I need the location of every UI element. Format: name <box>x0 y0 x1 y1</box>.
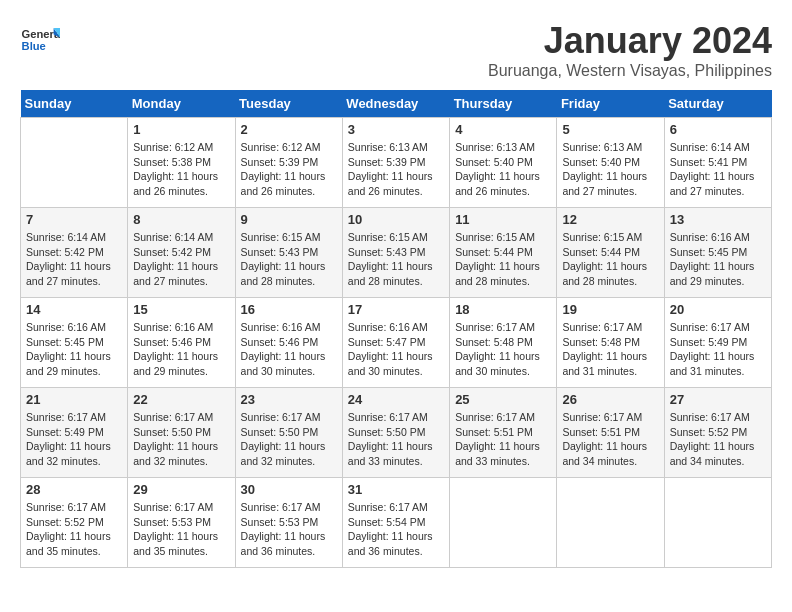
calendar-week-5: 28Sunrise: 6:17 AMSunset: 5:52 PMDayligh… <box>21 478 772 568</box>
calendar-cell: 6Sunrise: 6:14 AMSunset: 5:41 PMDaylight… <box>664 118 771 208</box>
day-info: Sunrise: 6:17 AMSunset: 5:54 PMDaylight:… <box>348 500 444 559</box>
weekday-header-monday: Monday <box>128 90 235 118</box>
weekday-header-row: SundayMondayTuesdayWednesdayThursdayFrid… <box>21 90 772 118</box>
day-number: 9 <box>241 212 337 227</box>
calendar-cell: 11Sunrise: 6:15 AMSunset: 5:44 PMDayligh… <box>450 208 557 298</box>
day-number: 17 <box>348 302 444 317</box>
calendar-cell: 17Sunrise: 6:16 AMSunset: 5:47 PMDayligh… <box>342 298 449 388</box>
calendar-cell: 8Sunrise: 6:14 AMSunset: 5:42 PMDaylight… <box>128 208 235 298</box>
day-number: 16 <box>241 302 337 317</box>
day-info: Sunrise: 6:14 AMSunset: 5:42 PMDaylight:… <box>26 230 122 289</box>
logo: General Blue <box>20 20 60 60</box>
day-number: 19 <box>562 302 658 317</box>
day-number: 30 <box>241 482 337 497</box>
calendar-cell: 29Sunrise: 6:17 AMSunset: 5:53 PMDayligh… <box>128 478 235 568</box>
calendar-cell: 3Sunrise: 6:13 AMSunset: 5:39 PMDaylight… <box>342 118 449 208</box>
day-number: 29 <box>133 482 229 497</box>
weekday-header-friday: Friday <box>557 90 664 118</box>
calendar-cell: 31Sunrise: 6:17 AMSunset: 5:54 PMDayligh… <box>342 478 449 568</box>
day-info: Sunrise: 6:17 AMSunset: 5:49 PMDaylight:… <box>670 320 766 379</box>
day-number: 10 <box>348 212 444 227</box>
calendar-cell: 27Sunrise: 6:17 AMSunset: 5:52 PMDayligh… <box>664 388 771 478</box>
calendar-cell: 26Sunrise: 6:17 AMSunset: 5:51 PMDayligh… <box>557 388 664 478</box>
calendar-cell: 21Sunrise: 6:17 AMSunset: 5:49 PMDayligh… <box>21 388 128 478</box>
calendar-cell <box>450 478 557 568</box>
calendar-cell: 4Sunrise: 6:13 AMSunset: 5:40 PMDaylight… <box>450 118 557 208</box>
day-number: 13 <box>670 212 766 227</box>
calendar-cell: 15Sunrise: 6:16 AMSunset: 5:46 PMDayligh… <box>128 298 235 388</box>
day-info: Sunrise: 6:13 AMSunset: 5:40 PMDaylight:… <box>562 140 658 199</box>
day-info: Sunrise: 6:16 AMSunset: 5:46 PMDaylight:… <box>241 320 337 379</box>
day-number: 20 <box>670 302 766 317</box>
calendar-cell: 25Sunrise: 6:17 AMSunset: 5:51 PMDayligh… <box>450 388 557 478</box>
calendar-cell <box>557 478 664 568</box>
calendar-cell: 12Sunrise: 6:15 AMSunset: 5:44 PMDayligh… <box>557 208 664 298</box>
day-info: Sunrise: 6:15 AMSunset: 5:44 PMDaylight:… <box>562 230 658 289</box>
calendar-cell: 10Sunrise: 6:15 AMSunset: 5:43 PMDayligh… <box>342 208 449 298</box>
day-info: Sunrise: 6:16 AMSunset: 5:47 PMDaylight:… <box>348 320 444 379</box>
calendar-cell: 20Sunrise: 6:17 AMSunset: 5:49 PMDayligh… <box>664 298 771 388</box>
calendar-week-1: 1Sunrise: 6:12 AMSunset: 5:38 PMDaylight… <box>21 118 772 208</box>
location-subtitle: Buruanga, Western Visayas, Philippines <box>488 62 772 80</box>
weekday-header-thursday: Thursday <box>450 90 557 118</box>
day-info: Sunrise: 6:15 AMSunset: 5:44 PMDaylight:… <box>455 230 551 289</box>
day-number: 3 <box>348 122 444 137</box>
day-number: 5 <box>562 122 658 137</box>
calendar-cell: 22Sunrise: 6:17 AMSunset: 5:50 PMDayligh… <box>128 388 235 478</box>
day-info: Sunrise: 6:17 AMSunset: 5:49 PMDaylight:… <box>26 410 122 469</box>
day-number: 15 <box>133 302 229 317</box>
weekday-header-saturday: Saturday <box>664 90 771 118</box>
day-number: 28 <box>26 482 122 497</box>
weekday-header-sunday: Sunday <box>21 90 128 118</box>
day-info: Sunrise: 6:17 AMSunset: 5:51 PMDaylight:… <box>455 410 551 469</box>
day-number: 11 <box>455 212 551 227</box>
day-info: Sunrise: 6:14 AMSunset: 5:42 PMDaylight:… <box>133 230 229 289</box>
day-number: 4 <box>455 122 551 137</box>
day-info: Sunrise: 6:13 AMSunset: 5:39 PMDaylight:… <box>348 140 444 199</box>
day-info: Sunrise: 6:15 AMSunset: 5:43 PMDaylight:… <box>348 230 444 289</box>
day-number: 21 <box>26 392 122 407</box>
day-number: 18 <box>455 302 551 317</box>
day-number: 31 <box>348 482 444 497</box>
day-info: Sunrise: 6:16 AMSunset: 5:45 PMDaylight:… <box>670 230 766 289</box>
day-info: Sunrise: 6:13 AMSunset: 5:40 PMDaylight:… <box>455 140 551 199</box>
calendar-cell: 24Sunrise: 6:17 AMSunset: 5:50 PMDayligh… <box>342 388 449 478</box>
title-section: January 2024 Buruanga, Western Visayas, … <box>488 20 772 80</box>
calendar-table: SundayMondayTuesdayWednesdayThursdayFrid… <box>20 90 772 568</box>
day-info: Sunrise: 6:17 AMSunset: 5:50 PMDaylight:… <box>133 410 229 469</box>
weekday-header-tuesday: Tuesday <box>235 90 342 118</box>
calendar-cell: 5Sunrise: 6:13 AMSunset: 5:40 PMDaylight… <box>557 118 664 208</box>
day-info: Sunrise: 6:12 AMSunset: 5:38 PMDaylight:… <box>133 140 229 199</box>
header: General Blue January 2024 Buruanga, West… <box>20 20 772 80</box>
calendar-cell: 19Sunrise: 6:17 AMSunset: 5:48 PMDayligh… <box>557 298 664 388</box>
day-number: 24 <box>348 392 444 407</box>
calendar-cell: 13Sunrise: 6:16 AMSunset: 5:45 PMDayligh… <box>664 208 771 298</box>
day-number: 25 <box>455 392 551 407</box>
calendar-cell: 9Sunrise: 6:15 AMSunset: 5:43 PMDaylight… <box>235 208 342 298</box>
day-number: 7 <box>26 212 122 227</box>
calendar-cell: 23Sunrise: 6:17 AMSunset: 5:50 PMDayligh… <box>235 388 342 478</box>
day-number: 14 <box>26 302 122 317</box>
calendar-cell: 30Sunrise: 6:17 AMSunset: 5:53 PMDayligh… <box>235 478 342 568</box>
day-info: Sunrise: 6:17 AMSunset: 5:51 PMDaylight:… <box>562 410 658 469</box>
day-number: 12 <box>562 212 658 227</box>
logo-icon: General Blue <box>20 20 60 60</box>
day-number: 27 <box>670 392 766 407</box>
day-info: Sunrise: 6:17 AMSunset: 5:53 PMDaylight:… <box>133 500 229 559</box>
day-number: 2 <box>241 122 337 137</box>
day-info: Sunrise: 6:17 AMSunset: 5:52 PMDaylight:… <box>26 500 122 559</box>
svg-text:Blue: Blue <box>22 40 46 52</box>
calendar-cell: 18Sunrise: 6:17 AMSunset: 5:48 PMDayligh… <box>450 298 557 388</box>
day-number: 23 <box>241 392 337 407</box>
month-title: January 2024 <box>488 20 772 62</box>
day-info: Sunrise: 6:16 AMSunset: 5:46 PMDaylight:… <box>133 320 229 379</box>
day-info: Sunrise: 6:17 AMSunset: 5:48 PMDaylight:… <box>562 320 658 379</box>
calendar-week-4: 21Sunrise: 6:17 AMSunset: 5:49 PMDayligh… <box>21 388 772 478</box>
day-info: Sunrise: 6:17 AMSunset: 5:52 PMDaylight:… <box>670 410 766 469</box>
calendar-cell: 16Sunrise: 6:16 AMSunset: 5:46 PMDayligh… <box>235 298 342 388</box>
day-info: Sunrise: 6:16 AMSunset: 5:45 PMDaylight:… <box>26 320 122 379</box>
calendar-body: 1Sunrise: 6:12 AMSunset: 5:38 PMDaylight… <box>21 118 772 568</box>
day-info: Sunrise: 6:17 AMSunset: 5:50 PMDaylight:… <box>348 410 444 469</box>
calendar-header: SundayMondayTuesdayWednesdayThursdayFrid… <box>21 90 772 118</box>
calendar-cell <box>664 478 771 568</box>
